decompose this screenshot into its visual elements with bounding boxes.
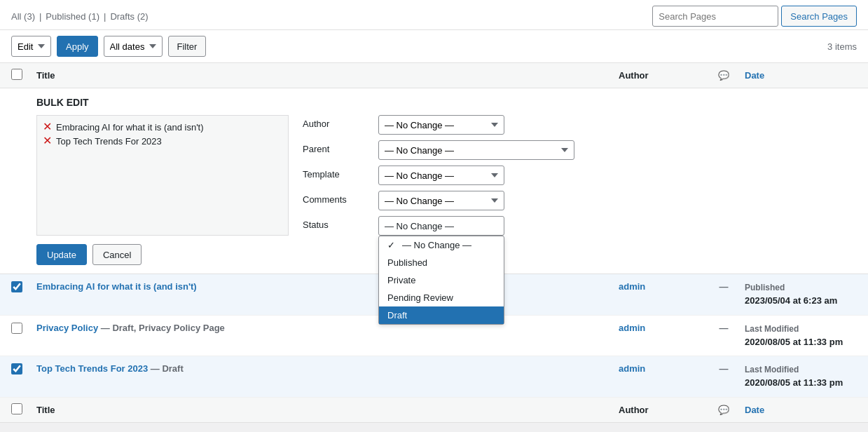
comments-select[interactable]: — No Change — [378, 191, 504, 210]
row-2-date: Last Modified 2020/08/05 at 11:33 pm [745, 323, 857, 349]
search-input[interactable] [652, 6, 778, 27]
bulk-edit-body: ✕ Embracing AI for what it is (and isn't… [11, 115, 857, 236]
comments-field-control: — No Change — [378, 191, 857, 210]
footer-col-title: Title [36, 405, 619, 415]
footer-select-all-checkbox[interactable] [11, 403, 22, 414]
template-field-control: — No Change — [378, 166, 857, 185]
parent-field-control: — No Change — [378, 140, 857, 160]
row-2-checkbox[interactable] [11, 323, 22, 334]
row-2-comments: — [703, 323, 745, 333]
filter-published[interactable]: Published (1) [46, 11, 99, 22]
parent-select[interactable]: — No Change — [378, 140, 574, 160]
status-dropdown-trigger[interactable]: — No Change — [378, 216, 504, 236]
col-header-title: Title [36, 70, 619, 81]
select-all-checkbox[interactable] [11, 69, 22, 80]
update-button[interactable]: Update [36, 244, 87, 265]
footer-comment-bubble-icon: 💬 [718, 405, 729, 415]
row-3-checkbox[interactable] [11, 363, 22, 374]
items-count: 3 items [827, 41, 857, 52]
col-header-date[interactable]: Date [745, 70, 857, 81]
filter-all[interactable]: All (3) [11, 11, 35, 22]
top-bar: All (3) | Published (1) | Drafts (2) Sea… [0, 0, 868, 30]
author-select[interactable]: — No Change — [378, 115, 504, 135]
table-header: Title Author 💬 Date [0, 63, 868, 88]
search-pages-area: Search Pages [652, 6, 857, 27]
status-option-published[interactable]: Published [379, 254, 504, 271]
author-field-label: Author [303, 115, 373, 129]
author-field-control: — No Change — [378, 115, 857, 135]
bulk-edit-items-list: ✕ Embracing AI for what it is (and isn't… [36, 115, 289, 236]
row-1-comments: — [703, 281, 745, 292]
col-header-author: Author [619, 70, 703, 81]
col-header-comments: 💬 [703, 70, 745, 81]
comments-field-label: Comments [303, 191, 373, 205]
table-footer: Title Author 💬 Date [0, 398, 868, 423]
item-1-label: Embracing AI for what it is (and isn't) [56, 122, 204, 133]
bulk-edit-title: BULK EDIT [11, 97, 857, 108]
remove-item-2-icon[interactable]: ✕ [43, 135, 52, 147]
row-2-subtitle: — Draft, Privacy Policy Page [101, 323, 225, 333]
footer-col-comments: 💬 [703, 405, 745, 415]
row-1-checkbox[interactable] [11, 281, 22, 292]
status-option-no-change[interactable]: — No Change — [379, 236, 504, 254]
footer-check-col [11, 403, 36, 417]
status-option-pending-review[interactable]: Pending Review [379, 289, 504, 306]
row-3-title: Top Tech Trends For 2023 — Draft [36, 363, 619, 374]
bulk-edit-section: BULK EDIT ✕ Embracing AI for what it is … [0, 88, 868, 274]
dates-select[interactable]: All dates [104, 36, 163, 57]
apply-button[interactable]: Apply [57, 36, 98, 57]
toolbar: Edit Apply All dates Filter 3 items [0, 30, 868, 63]
row-2-author: admin [619, 323, 703, 333]
row-1-title-link[interactable]: Embracing AI for what it is (and isn't) [36, 281, 197, 292]
parent-field-label: Parent [303, 140, 373, 154]
list-item: ✕ Embracing AI for what it is (and isn't… [43, 121, 282, 133]
row-3-comments: — [703, 363, 745, 374]
row-1-title: Embracing AI for what it is (and isn't) [36, 281, 619, 292]
status-option-draft[interactable]: Draft [379, 306, 504, 324]
filter-button[interactable]: Filter [168, 36, 207, 57]
row-3-date: Last Modified 2020/08/05 at 11:33 pm [745, 363, 857, 390]
row-3-author: admin [619, 363, 703, 374]
status-field-control: — No Change — — No Change — — No Change … [378, 216, 857, 236]
footer-col-author: Author [619, 405, 703, 415]
row-3-title-link[interactable]: Top Tech Trends For 2023 [36, 363, 148, 374]
row-2-author-link[interactable]: admin [619, 323, 645, 333]
item-2-label: Top Tech Trends For 2023 [56, 136, 162, 147]
status-field-label: Status [303, 216, 373, 230]
row-2-title-link[interactable]: Privacy Policy [36, 323, 98, 333]
row-3-subtitle: — Draft [151, 363, 184, 374]
template-field-label: Template [303, 166, 373, 180]
row-2-title: Privacy Policy — Draft, Privacy Policy P… [36, 323, 619, 333]
bulk-edit-fields: Author — No Change — Parent — No Change … [303, 115, 857, 236]
row-2-check-col [11, 323, 36, 336]
bulk-action-select[interactable]: Edit [11, 36, 51, 57]
row-1-check-col [11, 281, 36, 295]
table-row: Top Tech Trends For 2023 — Draft admin —… [0, 356, 868, 398]
footer-col-date[interactable]: Date [745, 405, 857, 415]
row-3-author-link[interactable]: admin [619, 363, 645, 374]
row-1-author: admin [619, 281, 703, 292]
template-select[interactable]: — No Change — [378, 166, 504, 185]
status-option-private[interactable]: Private [379, 271, 504, 289]
list-item: ✕ Top Tech Trends For 2023 [43, 135, 282, 147]
filter-links: All (3) | Published (1) | Drafts (2) [11, 11, 149, 22]
row-3-check-col [11, 363, 36, 377]
filter-links-area: All (3) | Published (1) | Drafts (2) [11, 11, 149, 22]
cancel-button[interactable]: Cancel [92, 244, 142, 265]
row-1-author-link[interactable]: admin [619, 281, 645, 292]
row-1-date: Published 2023/05/04 at 6:23 am [745, 281, 857, 308]
remove-item-1-icon[interactable]: ✕ [43, 121, 52, 133]
search-pages-button[interactable]: Search Pages [781, 6, 857, 27]
filter-drafts[interactable]: Drafts (2) [110, 11, 148, 22]
comment-bubble-icon: 💬 [718, 70, 729, 81]
status-dropdown-menu: — No Change — Published Private Pending … [378, 236, 504, 325]
select-all-col [11, 69, 36, 82]
